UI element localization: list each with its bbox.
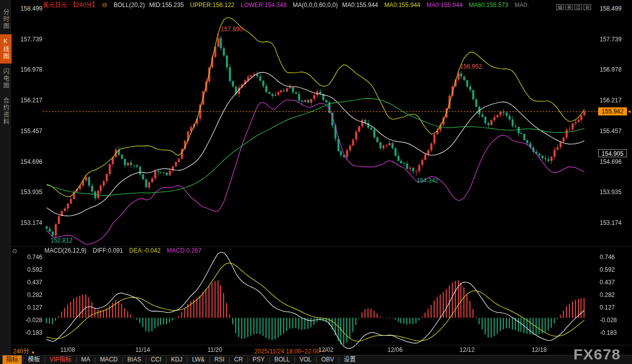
layout-toggle-icons: ▤⊞◫⊟ xyxy=(556,2,593,11)
toolbar-item-MA[interactable]: MA xyxy=(78,355,94,364)
layout-single-icon[interactable]: ▤ xyxy=(556,4,564,10)
ma0-value-3: MA0:155.944 xyxy=(427,2,462,9)
price-tick: 157.739 xyxy=(600,36,630,43)
price-tick: 156.978 xyxy=(600,66,630,73)
price-marker-tag: 154.905 xyxy=(598,149,627,157)
toolbar-separator: | xyxy=(122,356,123,363)
toolbar-item-VOL[interactable]: VOL xyxy=(296,355,315,364)
toolbar-item-LW&[interactable]: LW& xyxy=(188,355,208,364)
price-tick: 0.127 xyxy=(14,304,42,311)
time-tick: 12/06 xyxy=(388,346,403,353)
toolbar-item-模板[interactable]: 模板 xyxy=(24,355,43,364)
up-arrow-icon: ▲ xyxy=(31,349,35,354)
toolbar-separator: | xyxy=(269,356,270,363)
period-selector-label: 240分 xyxy=(13,348,29,355)
price-tick: 158.499 xyxy=(14,5,42,12)
toolbar-item-VIP指标[interactable]: VIP指标 xyxy=(46,355,75,364)
trading-terminal: 分时图K线图闪电图合约资料 美元日元 【240分】 ⊖ BOLL(20,2) M… xyxy=(0,0,632,364)
ma-group-label: MA(0,0,0,60,0,0) xyxy=(293,2,338,9)
collapse-icon[interactable]: ⊖ xyxy=(102,1,108,9)
price-tick: 0.282 xyxy=(600,291,630,298)
period-selector[interactable]: 240分▲ xyxy=(13,346,35,355)
toolbar-separator: | xyxy=(247,356,248,363)
price-tick: 156.217 xyxy=(600,97,630,104)
axis-separator xyxy=(11,345,632,345)
sidebar: 分时图K线图闪电图合约资料 xyxy=(0,0,11,364)
ma0-value-1: MA0:155.944 xyxy=(342,2,378,9)
price-tick: -0.183 xyxy=(14,329,42,336)
candlestick-chart-canvas[interactable] xyxy=(43,0,598,353)
toolbar-separator: | xyxy=(186,356,188,363)
layout-split-icon[interactable]: ◫ xyxy=(574,4,582,10)
axis-marker-icon: ◄ xyxy=(627,109,631,114)
price-tick: 155.457 xyxy=(600,128,630,135)
toolbar-item-指标[interactable]: 指标 xyxy=(3,355,22,364)
selected-candle-time: 2025/11/24 18:00~22:00 一 xyxy=(254,346,328,355)
toolbar-separator: | xyxy=(166,356,167,363)
price-tick: 153.174 xyxy=(600,219,630,226)
time-tick: 11/14 xyxy=(135,346,150,353)
annotation-high-1: 157.890 xyxy=(221,26,243,33)
toolbar-item-BIAS[interactable]: BIAS xyxy=(124,355,144,364)
price-tick: -0.028 xyxy=(600,317,630,324)
boll-upper-value: UPPER:156.122 xyxy=(190,2,234,9)
annotation-low-2: 154.342 xyxy=(416,177,438,184)
ma0-value-4: MA0: xyxy=(514,2,529,9)
toolbar-item-OBV[interactable]: OBV xyxy=(318,355,337,364)
ma0-value-2: MA0:155.944 xyxy=(384,2,420,9)
toolbar-item-设置[interactable]: 设置 xyxy=(340,355,359,364)
price-tick: 0.437 xyxy=(600,279,630,286)
sidebar-item-2[interactable]: K线图 xyxy=(0,34,12,64)
toolbar-separator: | xyxy=(315,356,317,363)
toolbar-item-RSI[interactable]: RSI xyxy=(211,355,228,364)
toolbar-item-BOLL[interactable]: BOLL xyxy=(271,355,293,364)
toolbar-separator: | xyxy=(209,356,210,363)
price-tick: 0.592 xyxy=(600,266,630,273)
indicator-cycle-icon[interactable]: ⊙ xyxy=(12,248,17,255)
annotation-low-1: 152.812 xyxy=(50,237,72,244)
layout-grid-icon[interactable]: ⊞ xyxy=(565,4,573,10)
layout-add-icon[interactable]: ⊟ xyxy=(584,4,591,10)
toolbar-item-CCI[interactable]: CCI xyxy=(147,355,165,364)
indicator-toolbar: 指标|模板|VIP指标|MA|MACD|BIAS|CCI|KDJ|LW&|RSI… xyxy=(0,355,632,364)
toolbar-item-MACD[interactable]: MACD xyxy=(96,355,121,364)
boll-label: BOLL(20,2) xyxy=(114,2,145,9)
price-tick: 153.935 xyxy=(600,189,630,196)
toolbar-item-PSY[interactable]: PSY xyxy=(249,355,268,364)
sidebar-item-1[interactable]: 分时图 xyxy=(0,5,12,33)
price-tick: 0.437 xyxy=(14,279,42,286)
symbol-label: 美元日元 xyxy=(43,2,67,9)
price-tick: 157.739 xyxy=(14,36,42,43)
price-tick: 0.127 xyxy=(600,304,630,311)
price-tick: 153.174 xyxy=(14,219,42,226)
sidebar-item-4[interactable]: 合约资料 xyxy=(0,94,12,129)
toolbar-separator: | xyxy=(22,356,24,363)
price-tick: 0.282 xyxy=(14,291,42,298)
price-tick: -0.183 xyxy=(600,329,630,336)
time-tick: 11/20 xyxy=(207,346,222,353)
time-tick: 11/08 xyxy=(60,346,75,353)
price-tick: 155.457 xyxy=(14,128,42,135)
macd-header: MACD(26,12,9) DIFF:0.091 DEA:-0.042 MACD… xyxy=(44,247,206,255)
macd-dea-value: DEA:-0.042 xyxy=(129,247,161,254)
watermark: FX678 xyxy=(573,346,620,363)
toolbar-separator: | xyxy=(145,356,147,363)
last-price-tag: 155.942 xyxy=(598,107,627,115)
sidebar-item-3[interactable]: 闪电图 xyxy=(0,65,12,93)
toolbar-separator: | xyxy=(76,356,77,363)
time-tick: 12/18 xyxy=(532,346,547,353)
price-tick: 156.217 xyxy=(14,97,42,104)
toolbar-item-KDJ[interactable]: KDJ xyxy=(168,355,186,364)
ma60-value: MA60:155.573 xyxy=(469,2,508,9)
price-tick: 154.696 xyxy=(600,158,630,165)
toolbar-separator: | xyxy=(94,356,96,363)
price-tick: 154.696 xyxy=(14,158,42,165)
price-tick: 0.746 xyxy=(600,254,630,261)
toolbar-separator: | xyxy=(294,356,295,363)
price-tick: 0.592 xyxy=(14,266,42,273)
price-tick: 158.499 xyxy=(600,5,630,12)
price-tick: 153.935 xyxy=(14,189,42,196)
macd-label: MACD(26,12,9) xyxy=(44,247,86,254)
toolbar-separator: | xyxy=(338,356,340,363)
toolbar-item-CR[interactable]: CR xyxy=(231,355,246,364)
